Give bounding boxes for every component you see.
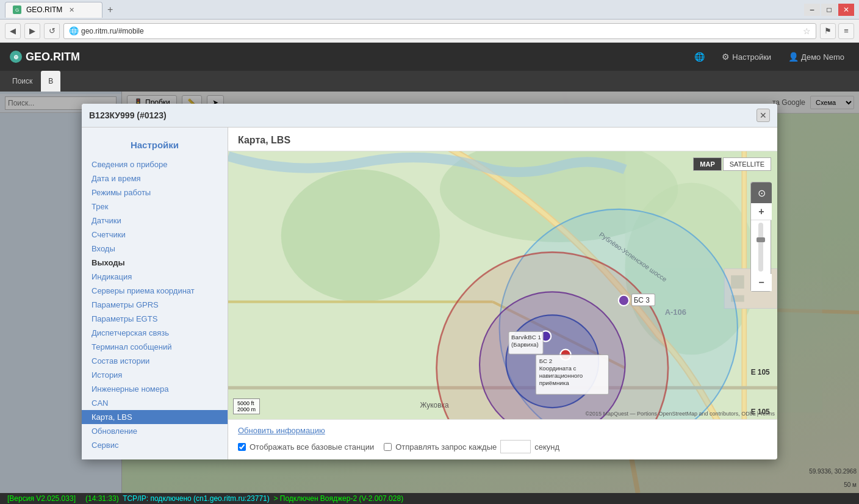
sidebar-item-device-info[interactable]: Сведения о приборе (82, 157, 228, 171)
sidebar-item-track[interactable]: Трек (82, 200, 228, 214)
modal-sidebar-title: Настройки (82, 135, 228, 157)
new-tab-button[interactable]: + (102, 2, 118, 18)
sidebar-item-sensors[interactable]: Датчики (82, 214, 228, 228)
address-text: geo.ritm.ru/#mobile (81, 27, 800, 35)
modal-close-button[interactable]: ✕ (757, 109, 770, 122)
sidebar-item-dispatch[interactable]: Диспетчерская связь (82, 326, 228, 340)
map-btn-map[interactable]: MAP (693, 157, 721, 171)
map-attribution: ©2015 MapQuest — Portions OpenStreetMap … (585, 411, 775, 417)
map-compass: ⊙ (751, 182, 772, 203)
sidebar-item-outputs: Выходы (82, 256, 228, 270)
map-zoom-controls: ⊙ + − (750, 182, 771, 292)
window-close-button[interactable]: ✕ (838, 4, 854, 16)
map-svg: Рублёво-Успенское шоссе А-106 E 105 E 10… (228, 151, 777, 419)
tab-favicon: G (13, 5, 21, 14)
settings-label: Настройки (732, 52, 771, 62)
sidebar-item-inputs[interactable]: Входы (82, 242, 228, 256)
interval-input[interactable]: 120 (500, 440, 531, 453)
tab-close-button[interactable]: ✕ (67, 5, 76, 14)
nav-tab-vehicles[interactable]: В (41, 71, 60, 92)
menu-button[interactable]: ≡ (838, 23, 854, 39)
zoom-in-button[interactable]: + (751, 203, 772, 220)
browser-titlebar: G GEO.RITM ✕ + – □ ✕ (0, 0, 859, 20)
sidebar-item-indication[interactable]: Индикация (82, 270, 228, 284)
modal-header: В123КУ999 (#0123) ✕ (82, 104, 777, 128)
logo-icon: ⊕ (10, 51, 22, 63)
sidebar-item-history[interactable]: История (82, 368, 228, 382)
sidebar-item-update[interactable]: Обновление (82, 424, 228, 438)
svg-text:E 105: E 105 (751, 368, 770, 376)
modal-content: Карта, LBS (228, 128, 777, 459)
address-bar: 🌐 geo.ritm.ru/#mobile ☆ (63, 23, 816, 39)
sidebar-item-work-modes[interactable]: Режимы работы (82, 185, 228, 200)
status-version: [Версия V2.025.033] (7, 494, 76, 503)
refresh-link[interactable]: Обновить информацию (238, 426, 767, 435)
window-minimize-button[interactable]: – (804, 4, 820, 16)
sidebar-item-gprs[interactable]: Параметры GPRS (82, 298, 228, 312)
zoom-out-button[interactable]: − (751, 274, 772, 291)
app-header: ⊕ GEO.RITM 🌐 ⚙ Настройки 👤 Демо Ne (0, 43, 859, 71)
scale-meters: 2000 m (237, 406, 256, 412)
scale-feet: 5000 ft (237, 400, 256, 406)
map-container[interactable]: Рублёво-Успенское шоссе А-106 E 105 E 10… (228, 151, 777, 419)
sidebar-item-coord-servers[interactable]: Серверы приема координат (82, 284, 228, 298)
user-button[interactable]: 👤 Демо Nemo (783, 49, 849, 64)
map-area[interactable]: Рублёво-Успенское шоссе А-106 E 105 E 10… (228, 151, 777, 419)
nav-tab-search-label: Поиск (12, 77, 32, 85)
sidebar-item-counters[interactable]: Счетчики (82, 228, 228, 242)
map-btn-satellite[interactable]: SATELLITE (723, 157, 771, 171)
sidebar-item-service[interactable]: Сервис (82, 438, 228, 452)
show-all-bs-checkbox[interactable] (238, 443, 246, 451)
translate-button[interactable]: 🌐 (689, 49, 710, 64)
modal-overlay: В123КУ999 (#0123) ✕ Настройки Сведения о… (0, 92, 859, 493)
modal-footer: Обновить информацию Отображать все базов… (228, 419, 777, 459)
settings-button[interactable]: ⚙ Настройки (717, 49, 776, 64)
svg-rect-14 (731, 275, 744, 289)
bookmark-button[interactable]: ⚑ (820, 23, 836, 39)
svg-text:Жуковка: Жуковка (420, 401, 449, 409)
app-nav: Поиск В (0, 71, 859, 92)
header-actions: 🌐 ⚙ Настройки 👤 Демо Nemo (689, 49, 849, 64)
browser-toolbar: ◀ ▶ ↺ 🌐 geo.ritm.ru/#mobile ☆ ⚑ ≡ (0, 20, 859, 43)
nav-tab-vehicles-label: В (48, 77, 53, 85)
bookmark-icon[interactable]: ☆ (803, 26, 811, 36)
sidebar-item-history-comp[interactable]: Состав истории (82, 354, 228, 368)
zoom-slider[interactable] (758, 223, 763, 272)
modal-body: Настройки Сведения о приборе Дата и врем… (82, 128, 777, 459)
footer-controls: Отображать все базовые станции Отправлят… (238, 440, 767, 453)
app-content-area: 🚦 Пробки 📏 ➤ та Google Схема Спутник Гиб… (0, 92, 859, 493)
toolbar-right: ⚑ ≡ (820, 23, 854, 39)
browser-content: ⊕ GEO.RITM 🌐 ⚙ Настройки 👤 Демо Ne (0, 43, 859, 504)
user-icon: 👤 (788, 52, 799, 62)
status-bar: [Версия V2.025.033] (14:31:33) TCP/IP: п… (0, 493, 859, 504)
modal-content-header: Карта, LBS (228, 128, 777, 151)
settings-icon: ⚙ (722, 52, 730, 62)
reload-button[interactable]: ↺ (44, 23, 60, 39)
app-wrapper: ⊕ GEO.RITM 🌐 ⚙ Настройки 👤 Демо Ne (0, 43, 859, 504)
send-request-checkbox[interactable] (384, 443, 392, 451)
sidebar-item-egts[interactable]: Параметры EGTS (82, 312, 228, 326)
forward-button[interactable]: ▶ (24, 23, 40, 39)
sidebar-item-datetime[interactable]: Дата и время (82, 171, 228, 185)
status-time: (14:31:33) (85, 494, 119, 503)
modal-content-title: Карта, LBS (238, 135, 290, 145)
browser-tab[interactable]: G GEO.RITM ✕ (5, 2, 102, 18)
seconds-label: секунд (534, 442, 559, 452)
sidebar-item-map-lbs[interactable]: Карта, LBS (82, 410, 228, 424)
svg-point-4 (281, 170, 440, 302)
logo-text: GEO.RITM (26, 51, 80, 63)
nav-tab-search[interactable]: Поиск (5, 71, 40, 92)
send-request-group: Отправлять запрос каждые 120 секунд (384, 440, 559, 453)
back-button[interactable]: ◀ (5, 23, 21, 39)
window-maximize-button[interactable]: □ (821, 4, 837, 16)
status-tcp: TCP/IP: подключено (cn1.geo.ritm.ru:2377… (123, 494, 270, 503)
translate-icon: 🌐 (694, 52, 705, 62)
show-all-bs-label: Отображать все базовые станции (250, 442, 374, 452)
status-device: > Подключен Вояджер-2 (V-2.007.028) (273, 494, 403, 503)
sidebar-item-eng-numbers[interactable]: Инженерные номера (82, 382, 228, 396)
browser-frame: G GEO.RITM ✕ + – □ ✕ ◀ ▶ ↺ 🌐 geo.ritm.ru… (0, 0, 859, 504)
sidebar-item-can[interactable]: CAN (82, 396, 228, 410)
demo-label: Демо (801, 52, 821, 62)
sidebar-item-messages[interactable]: Терминал сообщений (82, 340, 228, 354)
map-scale: 5000 ft 2000 m (233, 398, 260, 414)
